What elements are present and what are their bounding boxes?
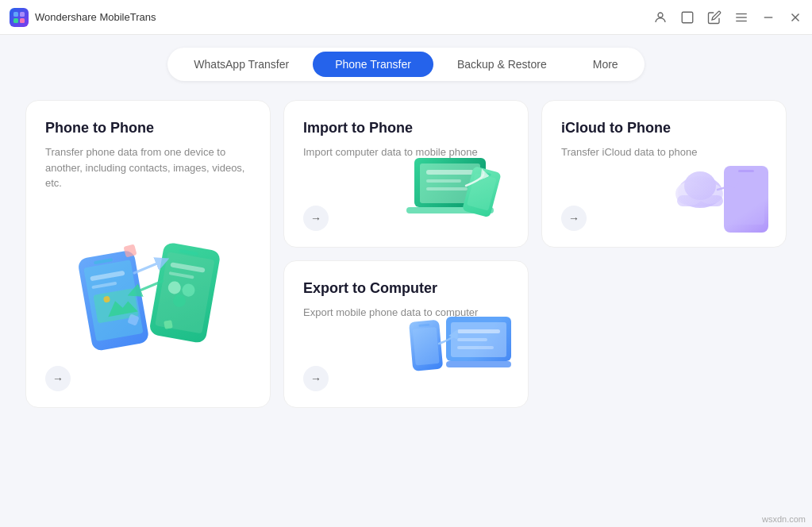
window-icon[interactable]	[680, 10, 695, 25]
svg-rect-30	[164, 320, 173, 329]
title-bar-controls	[653, 10, 802, 25]
export-illustration	[402, 302, 521, 401]
svg-rect-41	[728, 174, 764, 225]
app-icon	[10, 8, 29, 27]
card-icloud-to-phone[interactable]: iCloud to Phone Transfer iCloud data to …	[541, 100, 787, 248]
svg-rect-0	[13, 12, 18, 17]
card-export-arrow[interactable]: →	[303, 366, 329, 391]
svg-rect-42	[738, 170, 754, 172]
edit-icon[interactable]	[707, 10, 722, 25]
nav-bar: WhatsApp Transfer Phone Transfer Backup …	[0, 35, 812, 81]
svg-point-4	[658, 13, 663, 17]
card-export-to-computer[interactable]: Export to Computer Export mobile phone d…	[283, 260, 529, 408]
svg-rect-3	[20, 18, 25, 23]
tab-backup-restore[interactable]: Backup & Restore	[435, 52, 569, 77]
app-title: Wondershare MobileTrans	[35, 11, 156, 23]
main-content: Phone to Phone Transfer phone data from …	[0, 81, 812, 427]
svg-rect-54	[457, 329, 500, 333]
svg-rect-1	[20, 12, 25, 17]
card-phone-to-phone-title: Phone to Phone	[45, 120, 251, 137]
phones-illustration	[45, 198, 251, 388]
card-phone-to-phone-arrow[interactable]: →	[45, 366, 71, 391]
svg-rect-56	[457, 346, 494, 349]
card-import-arrow[interactable]: →	[303, 206, 329, 231]
card-phone-to-phone[interactable]: Phone to Phone Transfer phone data from …	[25, 100, 271, 408]
svg-rect-55	[457, 338, 487, 341]
svg-rect-53	[446, 361, 511, 367]
card-icloud-arrow[interactable]: →	[561, 206, 587, 231]
svg-rect-35	[426, 179, 461, 183]
profile-icon[interactable]	[653, 10, 668, 25]
minimize-icon[interactable]	[761, 10, 775, 25]
title-bar-left: Wondershare MobileTrans	[10, 8, 156, 27]
svg-rect-36	[426, 187, 468, 190]
tab-phone-transfer[interactable]: Phone Transfer	[313, 52, 433, 77]
card-import-to-phone[interactable]: Import to Phone Import computer data to …	[283, 100, 529, 248]
menu-icon[interactable]	[734, 10, 749, 25]
card-export-title: Export to Computer	[303, 280, 509, 297]
svg-rect-34	[426, 170, 474, 175]
watermark: wsxdn.com	[762, 514, 806, 524]
card-phone-to-phone-content: Phone to Phone Transfer phone data from …	[45, 120, 251, 191]
nav-tabs: WhatsApp Transfer Phone Transfer Backup …	[167, 48, 644, 81]
title-bar: Wondershare MobileTrans	[0, 0, 812, 35]
svg-rect-2	[13, 18, 18, 23]
svg-rect-5	[682, 12, 693, 23]
svg-rect-47	[677, 195, 723, 206]
tab-whatsapp-transfer[interactable]: WhatsApp Transfer	[171, 52, 311, 77]
close-icon[interactable]	[788, 10, 802, 25]
card-phone-to-phone-desc: Transfer phone data from one device to a…	[45, 144, 251, 191]
card-icloud-title: iCloud to Phone	[561, 120, 767, 137]
card-import-title: Import to Phone	[303, 120, 509, 137]
icloud-illustration	[668, 142, 779, 240]
tab-more[interactable]: More	[571, 52, 641, 77]
svg-rect-49	[413, 327, 440, 365]
import-illustration	[402, 142, 521, 240]
